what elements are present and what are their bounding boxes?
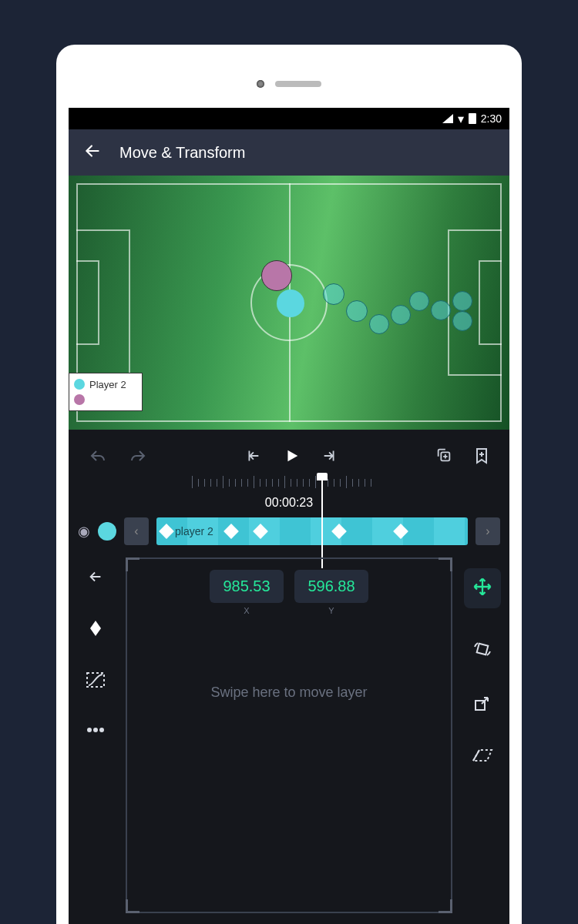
status-bar: ▾ 2:30 — [69, 108, 509, 129]
more-button[interactable] — [86, 722, 105, 736]
path-node[interactable] — [452, 291, 472, 311]
wifi-icon: ▾ — [458, 112, 464, 126]
svg-point-3 — [94, 728, 97, 732]
legend-label-player2: Player 2 — [89, 379, 126, 390]
legend-row-pink — [74, 392, 126, 407]
scale-tool-button[interactable] — [472, 693, 492, 716]
x-coord-group: 985.53 X — [210, 570, 284, 615]
duplicate-button[interactable] — [435, 447, 452, 468]
keyframe-marker[interactable] — [393, 524, 408, 539]
track-scroll-left[interactable]: ‹ — [124, 517, 149, 545]
page-title: Move & Transform — [119, 144, 245, 162]
skew-tool-button[interactable] — [472, 747, 493, 767]
y-label: Y — [294, 606, 368, 615]
legend-swatch-pink — [74, 394, 85, 405]
player-marker-cyan[interactable] — [277, 290, 304, 317]
keyframe-track[interactable]: player 2 — [156, 517, 468, 545]
layer-color-dot[interactable] — [98, 522, 116, 541]
path-node[interactable] — [391, 305, 411, 325]
x-label: X — [210, 606, 284, 615]
coordinate-row: 985.53 X 596.88 Y — [210, 570, 368, 615]
track-row: ◉ ‹ player 2 › — [69, 516, 509, 547]
transform-panel: 985.53 X 596.88 Y Swipe here to move lay… — [69, 547, 509, 924]
back-tool-button[interactable] — [86, 568, 106, 588]
playhead-cap[interactable] — [317, 473, 328, 480]
move-tool-button[interactable] — [464, 568, 501, 608]
player-marker-pink[interactable] — [261, 260, 292, 291]
undo-button[interactable] — [89, 448, 107, 467]
y-value-input[interactable]: 596.88 — [294, 570, 368, 603]
redo-button[interactable] — [129, 448, 147, 467]
playback-controls — [69, 430, 509, 476]
swipe-hint: Swipe here to move layer — [210, 685, 367, 701]
keyframe-tool-button[interactable] — [88, 619, 103, 641]
timeline-area: document.write(Array.from({length:30},(_… — [69, 476, 509, 547]
prev-keyframe-button[interactable] — [244, 447, 261, 467]
keyframe-marker[interactable] — [331, 524, 347, 539]
track-scroll-right[interactable]: › — [476, 517, 500, 545]
speaker-slot — [275, 81, 321, 87]
play-button[interactable] — [283, 447, 300, 467]
bookmark-add-button[interactable] — [474, 447, 489, 468]
cell-signal-icon — [442, 114, 453, 123]
battery-icon — [469, 113, 476, 124]
video-preview[interactable]: Player 2 — [69, 176, 509, 430]
legend-swatch-cyan — [74, 379, 85, 390]
crop-corner — [439, 557, 452, 571]
keyframe-marker[interactable] — [223, 524, 239, 539]
crop-corner — [439, 899, 452, 913]
path-node[interactable] — [323, 283, 344, 305]
timecode-display: 00:00:23 — [69, 496, 509, 510]
legend-box: Player 2 — [69, 373, 143, 411]
tablet-hardware — [69, 60, 509, 108]
svg-point-4 — [100, 728, 103, 732]
keyframe-marker[interactable] — [159, 524, 174, 539]
rotate-tool-button[interactable] — [472, 639, 492, 662]
y-coord-group: 596.88 Y — [294, 570, 368, 615]
legend-row-player2: Player 2 — [74, 377, 126, 392]
goal-box-right — [479, 260, 502, 345]
crop-corner — [126, 899, 139, 913]
camera-dot — [257, 80, 264, 88]
path-node[interactable] — [431, 300, 451, 320]
path-node[interactable] — [346, 300, 368, 322]
timeline-ruler[interactable]: document.write(Array.from({length:30},(_… — [130, 476, 448, 493]
goal-box-left — [76, 260, 99, 345]
crop-corner — [126, 557, 139, 571]
x-value-input[interactable]: 985.53 — [210, 570, 284, 603]
left-tool-column — [69, 547, 123, 924]
screen: ▾ 2:30 Move & Transform — [69, 108, 509, 924]
back-button[interactable] — [82, 141, 102, 165]
svg-rect-5 — [477, 644, 489, 655]
track-label: player 2 — [175, 525, 213, 537]
app-header: Move & Transform — [69, 129, 509, 176]
tablet-frame: ▾ 2:30 Move & Transform — [56, 45, 522, 924]
path-node[interactable] — [369, 314, 389, 334]
path-node[interactable] — [409, 291, 429, 311]
path-node[interactable] — [452, 311, 472, 331]
easing-tool-button[interactable] — [86, 671, 106, 691]
right-tool-column — [455, 547, 509, 924]
keyframe-marker[interactable] — [253, 524, 268, 539]
next-keyframe-button[interactable] — [321, 447, 338, 467]
svg-point-2 — [88, 728, 91, 732]
visibility-toggle[interactable]: ◉ — [78, 523, 90, 540]
status-time: 2:30 — [481, 112, 502, 125]
swipe-area[interactable]: 985.53 X 596.88 Y Swipe here to move lay… — [126, 557, 452, 913]
